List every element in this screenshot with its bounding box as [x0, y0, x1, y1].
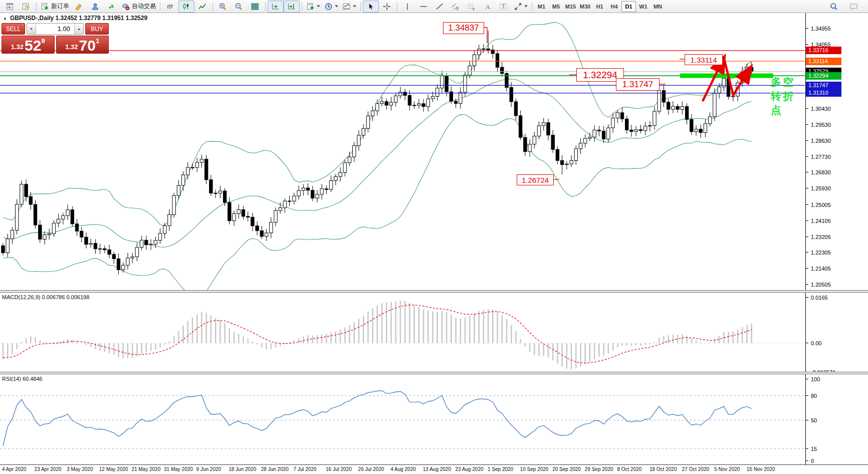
price-annotation[interactable]: 1.33114	[685, 54, 723, 65]
vline-button[interactable]	[399, 1, 415, 13]
zoom-in-button[interactable]	[215, 1, 231, 13]
toolbar-separator	[302, 2, 302, 11]
fibo-button[interactable]: F	[464, 1, 480, 13]
chart-window-button[interactable]	[2, 1, 18, 13]
label-button[interactable]: T	[496, 1, 512, 13]
chart-profile-button[interactable]	[18, 1, 34, 13]
crayon-button[interactable]	[71, 1, 87, 13]
date-label: 10 Sep 2020	[520, 466, 549, 472]
axis-tick-label: 1.24105	[806, 217, 831, 224]
trendline-icon	[435, 3, 444, 11]
buy-price-button[interactable]: 1.32 70 1	[56, 36, 109, 54]
date-label: 7 Jul 2020	[293, 466, 316, 472]
date-axis[interactable]: 4 Apr 202023 Apr 20203 May 202012 May 20…	[0, 464, 868, 474]
signals-icon	[107, 3, 116, 11]
templates-icon	[342, 3, 351, 11]
text-button[interactable]: A	[480, 1, 496, 13]
search-button[interactable]	[826, 1, 842, 13]
rsi-chart[interactable]	[0, 374, 805, 464]
line-chart-button[interactable]	[194, 1, 210, 13]
sell-button[interactable]: SELL	[2, 23, 25, 35]
price-annotation[interactable]: 1.31747	[616, 78, 660, 91]
signals-button[interactable]	[103, 1, 119, 13]
date-label: 26 Jul 2020	[358, 466, 384, 472]
periods-button[interactable]	[322, 1, 340, 13]
hline-button[interactable]	[415, 1, 431, 13]
community-button[interactable]	[87, 1, 103, 13]
tf-m5[interactable]: M5	[549, 1, 563, 12]
axis-tick-label: 80	[806, 392, 817, 399]
rsi-panel[interactable]: RSI(14) 60.4846	[0, 374, 805, 464]
cursor-icon	[366, 3, 375, 11]
auto-scroll-button[interactable]	[268, 1, 284, 13]
bar-chart-button[interactable]	[162, 1, 178, 13]
channel-icon: E	[451, 3, 460, 11]
macd-label: MACD(12,26,9) 0.006786 0.006198	[2, 294, 89, 300]
axis-tick-label: 1.23205	[806, 233, 831, 241]
sell-price-big: 52	[25, 39, 41, 52]
collapse-arrow-icon[interactable]: ▲	[3, 16, 7, 21]
sell-price-button[interactable]: 1.32 52 9	[2, 36, 55, 54]
volume-decrease-button[interactable]: ▼	[27, 24, 36, 34]
price-annotation[interactable]: 1.26724	[517, 174, 554, 185]
zoom-out-button[interactable]	[231, 1, 247, 13]
date-label: 21 May 2020	[131, 466, 160, 472]
crosshair-button[interactable]	[379, 1, 395, 13]
chevron-down-icon	[524, 5, 528, 8]
buy-button[interactable]: BUY	[85, 23, 109, 35]
tf-d1[interactable]: D1	[621, 1, 636, 12]
tf-w1[interactable]: W1	[636, 1, 650, 12]
volume-increase-button[interactable]: ▲	[74, 24, 83, 34]
tf-m15[interactable]: M15	[563, 1, 578, 12]
new-order-label: 新订单	[51, 2, 69, 11]
crosshair-icon	[382, 3, 391, 11]
date-label: 18 Oct 2020	[649, 466, 677, 472]
auto-scroll-icon	[271, 3, 280, 11]
svg-text:T: T	[502, 4, 505, 10]
tile-windows-button[interactable]	[247, 1, 263, 13]
date-label: 1 Sep 2020	[488, 466, 513, 472]
toolbar-separator	[212, 2, 213, 11]
price-annotation[interactable]: 1.34837	[443, 22, 484, 34]
axis-tick-label: 1.26830	[806, 169, 831, 176]
indicators-button[interactable]	[304, 1, 322, 13]
axis-tick-label: 1.30430	[806, 105, 831, 112]
shapes-button[interactable]	[512, 1, 530, 13]
auto-trading-button[interactable]: 自动交易	[119, 1, 158, 13]
price-axis[interactable]: 1.349551.340551.304301.295301.286301.277…	[805, 13, 868, 464]
tf-mn[interactable]: MN	[650, 1, 665, 12]
volume-input[interactable]	[36, 24, 74, 34]
channel-button[interactable]: E	[448, 1, 464, 13]
date-label: 4 Apr 2020	[2, 466, 26, 472]
tf-m30[interactable]: M30	[578, 1, 592, 12]
macd-chart[interactable]	[0, 293, 805, 372]
chart-shift-button[interactable]	[284, 1, 300, 13]
main-chart-panel[interactable]: ▲ GBPUSD-,Daily 1.32452 1.32779 1.31951 …	[0, 13, 805, 290]
tf-h4[interactable]: H4	[607, 1, 621, 12]
candlestick-icon	[182, 3, 191, 11]
tf-h1[interactable]: H1	[592, 1, 607, 12]
svg-text:A: A	[486, 3, 491, 11]
price-line-badge: 1.33114	[806, 58, 841, 65]
line-chart-icon	[198, 3, 207, 11]
chevron-down-icon	[317, 5, 320, 8]
toolbar-separator	[160, 2, 160, 11]
axis-tick-label: 1.20505	[806, 281, 831, 288]
svg-text:F: F	[473, 7, 475, 11]
tf-m1[interactable]: M1	[534, 1, 549, 12]
templates-button[interactable]	[340, 1, 358, 13]
price-line-badge: 1.31310	[806, 89, 841, 97]
chart-note-text[interactable]: 多空转折点	[771, 75, 805, 117]
panel-splitter[interactable]	[0, 290, 868, 293]
toolbar-right	[826, 1, 866, 13]
new-order-button[interactable]: 新订单	[39, 1, 71, 13]
toolbar: 新订单自动交易EFATM1M5M15M30H1H4D1W1MN	[0, 0, 868, 13]
trendline-button[interactable]	[431, 1, 448, 13]
macd-panel[interactable]: MACD(12,26,9) 0.006786 0.006198	[0, 293, 805, 372]
axis-tick-label: 50	[806, 417, 817, 424]
panel-splitter[interactable]	[0, 372, 868, 374]
cursor-button[interactable]	[363, 1, 379, 13]
label-icon: T	[499, 3, 508, 11]
candlestick-button[interactable]	[178, 1, 194, 13]
chat-button[interactable]	[846, 1, 862, 13]
